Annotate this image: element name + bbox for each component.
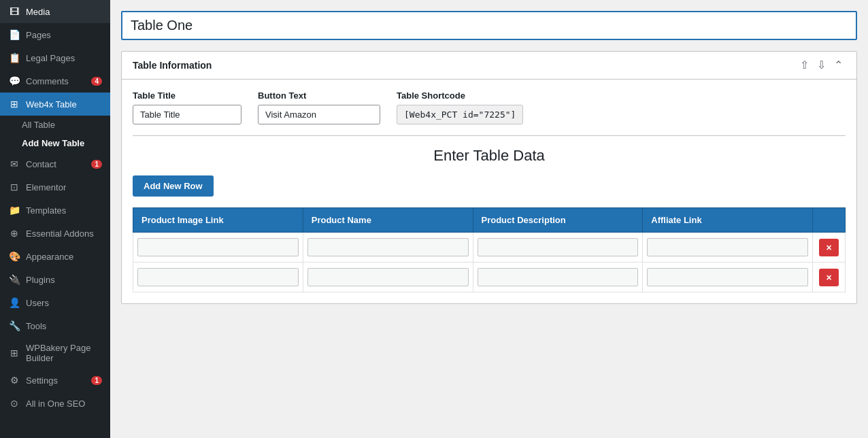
sidebar-item-all-in-one-seo[interactable]: ⊙ All in One SEO (0, 392, 110, 415)
metabox-controls: ⇧ ⇩ ⌃ (797, 58, 846, 72)
sidebar-item-pages[interactable]: 📄 Pages (0, 23, 110, 46)
cell-delete-1: × (813, 233, 846, 263)
sidebar-sub-item-add-new-table[interactable]: Add New Table (0, 134, 110, 152)
page-title-input[interactable] (121, 11, 857, 40)
product-table: Product Image Link Product Name Product … (133, 207, 846, 292)
sidebar-item-legal-pages[interactable]: 📋 Legal Pages (0, 46, 110, 69)
sidebar-item-contact[interactable]: ✉ Contact 1 (0, 152, 110, 175)
all-in-one-seo-icon: ⊙ (8, 397, 20, 409)
sidebar-sub-item-all-table[interactable]: All Table (0, 116, 110, 134)
column-header-affliate-link: Affliate Link (643, 208, 813, 233)
metabox-collapse-down-button[interactable]: ⇩ (814, 58, 829, 72)
cell-product-description (473, 263, 643, 292)
comments-icon: 💬 (8, 75, 20, 87)
sidebar-item-label: Essential Addons (26, 229, 94, 239)
sidebar-item-label: Legal Pages (26, 53, 75, 63)
cell-affliate-link (643, 263, 813, 292)
main-content: Table Information ⇧ ⇩ ⌃ Table Title Butt… (110, 0, 868, 438)
sidebar-item-label: Web4x Table (26, 99, 77, 110)
essential-addons-icon: ⊕ (8, 227, 20, 239)
plugins-icon: 🔌 (8, 273, 20, 286)
sidebar-item-templates[interactable]: 📁 Templates (0, 199, 110, 222)
table-shortcode-field: Table Shortcode [Web4x_PCT id="7225"] (397, 90, 523, 124)
sidebar-item-users[interactable]: 👤 Users (0, 291, 110, 314)
input-product-image-link-2[interactable] (137, 268, 299, 286)
sidebar-item-label: Settings (26, 375, 58, 386)
table-row: × (133, 233, 846, 263)
table-shortcode-label: Table Shortcode (397, 90, 523, 101)
column-header-product-name: Product Name (303, 208, 473, 233)
metabox-body: Table Title Button Text Table Shortcode … (122, 80, 856, 303)
cell-affliate-link (643, 233, 813, 263)
all-table-label: All Table (22, 120, 55, 130)
sidebar-item-plugins[interactable]: 🔌 Plugins (0, 268, 110, 291)
legal-pages-icon: 📋 (8, 52, 20, 64)
button-text-label: Button Text (258, 90, 380, 101)
input-affliate-link-1[interactable] (647, 238, 808, 256)
elementor-icon: ⊡ (8, 181, 20, 193)
appearance-icon: 🎨 (8, 250, 20, 263)
shortcode-value: [Web4x_PCT id="7225"] (397, 105, 523, 124)
sidebar-item-label: Plugins (26, 275, 55, 285)
section-divider (133, 135, 846, 136)
sidebar-item-label: Users (26, 298, 49, 308)
cell-product-image-link (133, 233, 303, 263)
input-product-image-link-1[interactable] (137, 238, 299, 256)
sidebar-item-label: Pages (26, 30, 51, 40)
sidebar-item-comments[interactable]: 💬 Comments 4 (0, 69, 110, 92)
table-info-form-row: Table Title Button Text Table Shortcode … (133, 90, 846, 124)
pages-icon: 📄 (8, 29, 20, 41)
column-header-product-description: Product Description (473, 208, 643, 233)
users-icon: 👤 (8, 297, 20, 309)
cell-product-description (473, 233, 643, 263)
wpbakery-icon: ⊞ (8, 347, 20, 359)
add-new-table-label: Add New Table (22, 138, 84, 148)
table-title-input[interactable] (133, 105, 241, 124)
input-product-description-1[interactable] (478, 238, 639, 256)
sidebar-item-essential-addons[interactable]: ⊕ Essential Addons (0, 222, 110, 245)
column-header-product-image-link: Product Image Link (133, 208, 303, 233)
input-product-name-2[interactable] (307, 268, 469, 286)
table-row: × (133, 263, 846, 292)
input-affliate-link-2[interactable] (647, 268, 808, 286)
sidebar-item-appearance[interactable]: 🎨 Appearance (0, 245, 110, 268)
sidebar-item-label: Elementor (26, 182, 66, 192)
sidebar-item-settings[interactable]: ⚙ Settings 1 (0, 369, 110, 392)
sidebar-item-label: Media (26, 7, 50, 17)
sidebar-item-label: Templates (26, 205, 66, 216)
tools-icon: 🔧 (8, 320, 20, 332)
sidebar-item-tools[interactable]: 🔧 Tools (0, 314, 110, 337)
metabox-title: Table Information (133, 60, 212, 71)
sidebar-item-web4x-table[interactable]: ⊞ Web4x Table (0, 92, 110, 116)
metabox-expand-button[interactable]: ⌃ (831, 58, 846, 72)
sidebar-item-label: All in One SEO (26, 399, 85, 409)
button-text-input[interactable] (258, 105, 380, 124)
cell-product-name (303, 263, 473, 292)
input-product-name-1[interactable] (307, 238, 469, 256)
sidebar: 🎞 Media 📄 Pages 📋 Legal Pages 💬 Comments… (0, 0, 110, 438)
cell-product-image-link (133, 263, 303, 292)
input-product-description-2[interactable] (478, 268, 639, 286)
sidebar-item-media[interactable]: 🎞 Media (0, 0, 110, 23)
sidebar-item-wpbakery[interactable]: ⊞ WPBakery Page Builder (0, 337, 110, 369)
sidebar-item-label: WPBakery Page Builder (26, 343, 102, 363)
table-title-label: Table Title (133, 90, 241, 101)
delete-row-1-button[interactable]: × (819, 239, 838, 256)
table-header-row: Product Image Link Product Name Product … (133, 208, 846, 233)
contact-badge: 1 (91, 160, 102, 169)
button-text-field: Button Text (258, 90, 380, 124)
metabox-collapse-up-button[interactable]: ⇧ (797, 58, 812, 72)
media-icon: 🎞 (8, 5, 20, 18)
sidebar-item-label: Appearance (26, 252, 73, 262)
sidebar-item-label: Comments (26, 76, 69, 86)
add-new-row-button[interactable]: Add New Row (133, 175, 214, 197)
cell-product-name (303, 233, 473, 263)
templates-icon: 📁 (8, 204, 20, 216)
delete-row-2-button[interactable]: × (819, 269, 838, 286)
metabox-header: Table Information ⇧ ⇩ ⌃ (122, 52, 856, 80)
table-title-field: Table Title (133, 90, 241, 124)
web4x-table-icon: ⊞ (8, 98, 20, 110)
settings-icon: ⚙ (8, 374, 20, 386)
sidebar-item-label: Tools (26, 321, 46, 331)
sidebar-item-elementor[interactable]: ⊡ Elementor (0, 175, 110, 199)
